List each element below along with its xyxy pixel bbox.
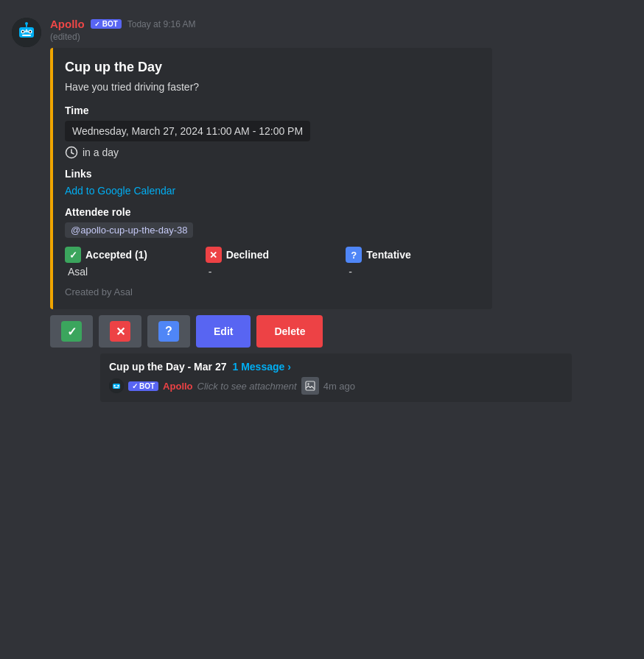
decline-button[interactable]: ✕ — [99, 315, 141, 348]
accept-button[interactable]: ✓ — [50, 315, 93, 348]
links-label: Links — [65, 168, 480, 180]
thread-bot-badge: ✓ BOT — [128, 381, 158, 391]
time-value: Wednesday, March 27, 2024 11:00 AM - 12:… — [65, 121, 310, 141]
svg-point-8 — [25, 22, 28, 25]
thread-title-row[interactable]: Cup up the Day - Mar 27 1 Message › — [109, 361, 563, 373]
svg-rect-18 — [306, 381, 315, 390]
embed-title: Cup up the Day — [65, 60, 480, 75]
action-buttons: ✓ ✕ ? Edit Delete — [50, 315, 632, 348]
tentative-label: Tentative — [366, 249, 410, 261]
tentative-icon: ? — [346, 247, 362, 263]
tentative-names: - — [346, 266, 480, 278]
message-container: Apollo ✓ BOT Today at 9:16 AM (edited) C… — [0, 12, 644, 408]
message-content: Apollo ✓ BOT Today at 9:16 AM (edited) C… — [50, 18, 632, 402]
attendee-role-field: Attendee role @apollo-cup-up-the-day-38 — [65, 206, 480, 238]
svg-point-16 — [117, 385, 119, 387]
declined-icon: ✕ — [206, 247, 222, 263]
svg-point-5 — [29, 31, 31, 32]
declined-header: ✕ Declined — [206, 247, 340, 263]
declined-column: ✕ Declined - — [206, 247, 340, 278]
attendee-role-label: Attendee role — [65, 206, 480, 218]
attendee-grid: ✓ Accepted (1) Asal ✕ Declined - ? Tenta — [65, 247, 480, 278]
thread-title: Cup up the Day - Mar 27 — [109, 361, 226, 373]
message-header: Apollo ✓ BOT Today at 9:16 AM — [50, 18, 632, 30]
tentative-question-icon: ? — [158, 321, 179, 342]
decline-x-icon: ✕ — [110, 321, 130, 342]
created-by: Created by Asal — [65, 286, 480, 297]
timestamp: Today at 9:16 AM — [127, 19, 196, 29]
tentative-button[interactable]: ? — [147, 315, 190, 348]
thread-bot-check-icon: ✓ — [132, 382, 138, 390]
accepted-column: ✓ Accepted (1) Asal — [65, 247, 200, 278]
embed-card: Cup up the Day Have you tried driving fa… — [50, 48, 492, 309]
bot-badge: ✓ BOT — [91, 19, 122, 29]
thread-image-icon — [301, 377, 319, 395]
role-badge[interactable]: @apollo-cup-up-the-day-38 — [65, 222, 193, 238]
add-calendar-link[interactable]: Add to Google Calendar — [65, 185, 175, 197]
accepted-header: ✓ Accepted (1) — [65, 247, 200, 263]
svg-point-15 — [113, 385, 115, 387]
declined-label: Declined — [226, 249, 269, 261]
svg-line-12 — [71, 153, 74, 155]
robot-avatar-icon — [12, 18, 41, 47]
thread-preview-text: Click to see attachment — [197, 381, 297, 392]
accepted-icon: ✓ — [65, 247, 81, 263]
username: Apollo — [50, 18, 85, 30]
tentative-header: ? Tentative — [346, 247, 480, 263]
accepted-label: Accepted (1) — [85, 249, 147, 261]
svg-rect-6 — [22, 35, 31, 36]
accept-check-icon: ✓ — [61, 321, 82, 342]
edited-label: (edited) — [50, 32, 632, 42]
edit-button[interactable]: Edit — [196, 315, 251, 348]
thread-avatar — [109, 378, 124, 393]
clock-icon — [65, 146, 78, 159]
time-label: Time — [65, 105, 480, 116]
embed-description: Have you tried driving faster? — [65, 81, 480, 93]
svg-rect-17 — [114, 387, 119, 388]
accepted-names: Asal — [65, 266, 200, 278]
delete-button[interactable]: Delete — [256, 315, 323, 348]
links-field: Links Add to Google Calendar — [65, 168, 480, 197]
declined-names: - — [206, 266, 340, 278]
tentative-column: ? Tentative - — [346, 247, 480, 278]
relative-time-text: in a day — [83, 147, 119, 158]
svg-point-4 — [22, 31, 24, 32]
thread-bottom: ✓ BOT Apollo Click to see attachment 4m … — [109, 377, 563, 395]
thread-username: Apollo — [163, 381, 192, 392]
thread-preview[interactable]: Cup up the Day - Mar 27 1 Message › ✓ BO… — [100, 353, 572, 402]
time-relative: in a day — [65, 146, 480, 159]
thread-message-count[interactable]: 1 Message › — [232, 361, 290, 373]
thread-timestamp: 4m ago — [323, 381, 355, 392]
bot-check-icon: ✓ — [94, 21, 100, 28]
svg-point-19 — [307, 383, 309, 384]
time-field: Time Wednesday, March 27, 2024 11:00 AM … — [65, 105, 480, 159]
avatar — [12, 18, 41, 47]
